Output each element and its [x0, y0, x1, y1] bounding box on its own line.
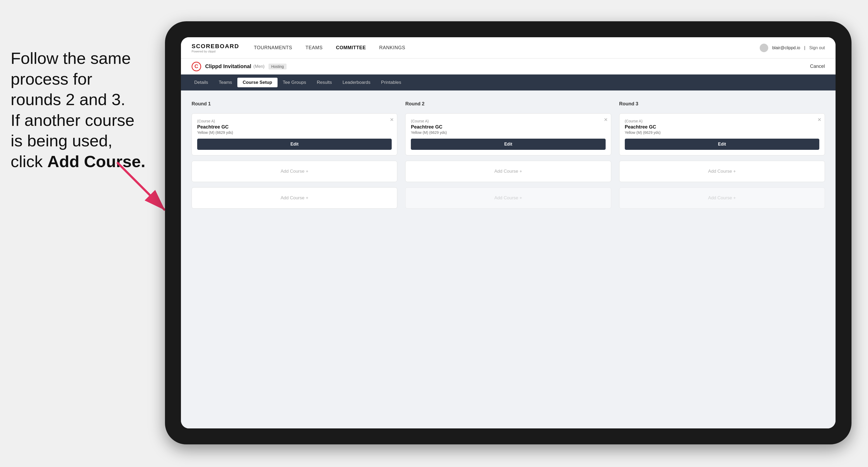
user-avatar	[760, 44, 768, 52]
round-1-edit-button[interactable]: Edit	[197, 138, 392, 150]
round-3-column: Round 3 ✕ (Course A) Peachtree GC Yellow…	[619, 101, 825, 209]
round-1-delete-icon[interactable]: ✕	[390, 117, 394, 123]
round-2-add-course-2: Add Course +	[405, 187, 611, 209]
round-1-add-course-1[interactable]: Add Course +	[192, 161, 397, 182]
round-3-course-details: Yellow (M) (6629 yds)	[625, 130, 819, 135]
round-1-course-details: Yellow (M) (6629 yds)	[197, 130, 392, 135]
instruction-line1: Follow the same	[11, 49, 131, 67]
round-3-edit-button[interactable]: Edit	[625, 138, 819, 150]
logo-main-text: SCOREBOARD	[192, 43, 239, 50]
nav-items-list: TOURNAMENTS TEAMS COMMITTEE RANKINGS	[252, 45, 760, 51]
instruction-line6-prefix: click	[11, 152, 48, 170]
round-3-delete-icon[interactable]: ✕	[817, 117, 822, 123]
instruction-line5: is being used,	[11, 131, 113, 150]
instruction-panel: Follow the same process for rounds 2 and…	[0, 42, 165, 177]
nav-user-area: blair@clippd.io | Sign out	[760, 44, 825, 52]
tournament-name: Clippd Invitational	[205, 63, 251, 69]
main-content: Round 1 ✕ (Course A) Peachtree GC Yellow…	[181, 91, 836, 428]
tab-results[interactable]: Results	[311, 78, 337, 87]
round-1-add-course-2[interactable]: Add Course +	[192, 187, 397, 209]
tab-details[interactable]: Details	[189, 78, 213, 87]
tab-course-setup[interactable]: Course Setup	[237, 78, 278, 87]
round-1-add-course-2-label: Add Course +	[280, 195, 308, 200]
round-2-edit-button[interactable]: Edit	[411, 138, 606, 150]
sign-out-link[interactable]: Sign out	[809, 45, 825, 50]
round-3-add-course-2-label: Add Course +	[708, 195, 736, 200]
round-3-label: Round 3	[619, 101, 825, 107]
round-1-label: Round 1	[192, 101, 397, 107]
tab-leaderboards[interactable]: Leaderboards	[337, 78, 376, 87]
round-2-column: Round 2 ✕ (Course A) Peachtree GC Yellow…	[405, 101, 611, 209]
nav-committee[interactable]: COMMITTEE	[335, 45, 368, 51]
tablet-screen: SCOREBOARD Powered by clippd TOURNAMENTS…	[181, 37, 836, 428]
instruction-line6-bold: Add Course.	[48, 152, 146, 170]
instruction-line2: process for	[11, 70, 92, 88]
scoreboard-logo: SCOREBOARD Powered by clippd	[192, 43, 239, 53]
sub-header: C Clippd Invitational (Men) Hosting Canc…	[181, 59, 836, 74]
clippd-logo-icon: C	[192, 62, 201, 71]
logo-sub-text: Powered by clippd	[192, 50, 239, 53]
hosting-badge: Hosting	[269, 64, 286, 69]
tab-tee-groups[interactable]: Tee Groups	[278, 78, 312, 87]
round-1-add-course-1-label: Add Course +	[280, 169, 308, 174]
round-3-course-card: ✕ (Course A) Peachtree GC Yellow (M) (66…	[619, 113, 825, 155]
tablet-device: SCOREBOARD Powered by clippd TOURNAMENTS…	[165, 21, 851, 444]
round-1-column: Round 1 ✕ (Course A) Peachtree GC Yellow…	[192, 101, 397, 209]
round-3-course-tag: (Course A)	[625, 119, 819, 123]
user-email: blair@clippd.io	[772, 45, 800, 50]
nav-tournaments[interactable]: TOURNAMENTS	[252, 45, 293, 51]
round-3-course-name: Peachtree GC	[625, 124, 819, 130]
top-navigation: SCOREBOARD Powered by clippd TOURNAMENTS…	[181, 37, 836, 59]
nav-rankings[interactable]: RANKINGS	[378, 45, 407, 51]
nav-teams[interactable]: TEAMS	[304, 45, 324, 51]
round-1-course-tag: (Course A)	[197, 119, 392, 123]
tournament-type: (Men)	[253, 64, 265, 69]
pipe-separator: |	[804, 45, 805, 50]
round-2-course-tag: (Course A)	[411, 119, 606, 123]
instruction-line3: rounds 2 and 3.	[11, 90, 125, 108]
round-2-label: Round 2	[405, 101, 611, 107]
round-3-add-course-1[interactable]: Add Course +	[619, 161, 825, 182]
round-2-add-course-2-label: Add Course +	[494, 195, 522, 200]
round-1-course-name: Peachtree GC	[197, 124, 392, 130]
round-2-add-course-1[interactable]: Add Course +	[405, 161, 611, 182]
cancel-button[interactable]: Cancel	[810, 64, 825, 69]
tab-printables[interactable]: Printables	[376, 78, 407, 87]
round-2-course-name: Peachtree GC	[411, 124, 606, 130]
instruction-line4: If another course	[11, 111, 134, 129]
round-1-course-card: ✕ (Course A) Peachtree GC Yellow (M) (66…	[192, 113, 397, 155]
round-2-add-course-1-label: Add Course +	[494, 169, 522, 174]
round-2-course-card: ✕ (Course A) Peachtree GC Yellow (M) (66…	[405, 113, 611, 155]
round-3-add-course-2: Add Course +	[619, 187, 825, 209]
round-3-add-course-1-label: Add Course +	[708, 169, 736, 174]
round-2-delete-icon[interactable]: ✕	[604, 117, 608, 123]
tab-bar: Details Teams Course Setup Tee Groups Re…	[181, 74, 836, 91]
round-2-course-details: Yellow (M) (6629 yds)	[411, 130, 606, 135]
rounds-grid: Round 1 ✕ (Course A) Peachtree GC Yellow…	[192, 101, 825, 209]
tab-teams[interactable]: Teams	[213, 78, 237, 87]
